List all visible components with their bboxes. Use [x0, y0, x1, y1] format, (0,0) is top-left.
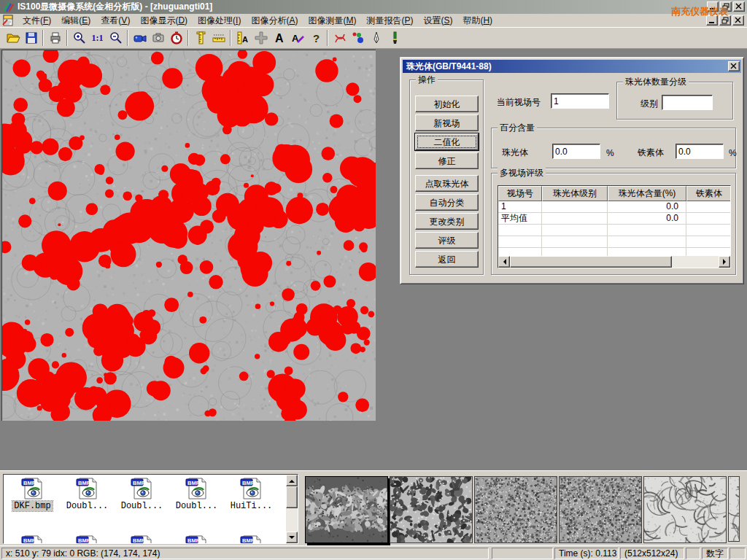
menu-item[interactable]: 文件(F) — [18, 14, 56, 27]
table-row[interactable]: 平均值 0.0 — [498, 213, 730, 225]
dialog-title: 珠光体(GB/T9441-88) — [406, 61, 492, 71]
menu-item[interactable]: 图像处理(I) — [193, 14, 246, 27]
operation-button[interactable]: 评级 — [415, 232, 479, 249]
menu-item[interactable]: 图像测量(M) — [303, 14, 361, 27]
dialog-close-button[interactable] — [728, 61, 740, 71]
operation-button[interactable]: 二值化 — [415, 133, 479, 150]
operation-button[interactable]: 初始化 — [415, 96, 479, 112]
table-header-cell[interactable]: 铁素体 — [686, 186, 731, 201]
image-dimensions-panel: (512x512x24) — [620, 548, 684, 559]
actual-size-button[interactable]: 1:1 — [88, 29, 107, 47]
toolbar: 1:1 A A A ? — [0, 27, 747, 49]
measure-annotate-button[interactable]: A — [233, 29, 252, 47]
file-list-scrollbar[interactable] — [286, 475, 298, 543]
menu-item[interactable]: 编辑(E) — [56, 14, 96, 27]
field-number-cell: 平均值 — [498, 213, 542, 224]
close-button[interactable] — [733, 1, 745, 12]
grade-input[interactable] — [662, 95, 713, 110]
scroll-left-button[interactable] — [498, 256, 510, 268]
zoom-in-icon — [72, 31, 87, 45]
operation-button[interactable]: 新视场 — [415, 114, 479, 131]
measure-horizontal-button[interactable] — [209, 29, 228, 47]
classify-points-button[interactable] — [349, 29, 367, 47]
file-item[interactable]: BMP Doubl... — [169, 477, 224, 511]
empty-panel — [729, 548, 746, 559]
file-item[interactable]: BMP HuiTi... — [224, 477, 279, 511]
brush-icon — [387, 31, 402, 45]
table-header-cell[interactable]: 珠光体含量(%) — [608, 186, 686, 201]
file-item[interactable]: BMP — [5, 534, 60, 544]
micrograph-thumbnail[interactable] — [643, 476, 727, 543]
file-item[interactable]: BMP Doubl... — [60, 477, 115, 511]
operation-button[interactable]: 返回 — [415, 251, 479, 268]
window-title: IS100显微摄像系统(金相分析版) - [zhuguangti01] — [18, 0, 212, 14]
ferrite-cell — [686, 213, 731, 224]
open-button[interactable] — [4, 29, 22, 47]
operation-button[interactable]: 点取珠光体 — [415, 175, 479, 192]
micrograph-thumbnail-partial[interactable] — [728, 476, 740, 542]
print-button[interactable] — [46, 29, 64, 47]
micrograph-image[interactable] — [1, 50, 376, 421]
edit-text-button[interactable]: A — [288, 29, 306, 47]
micrograph-thumbnail[interactable] — [474, 476, 557, 543]
file-item[interactable]: BMP Doubl... — [115, 477, 169, 511]
empty-table-row — [498, 236, 730, 248]
actual-size-icon: 1:1 — [92, 33, 104, 44]
table-body: 1 0.0 平均值 0.0 — [498, 201, 730, 225]
move-button[interactable] — [252, 29, 270, 47]
menu-item[interactable]: 查看(V) — [96, 14, 135, 27]
menu-item[interactable]: 图像显示(D) — [135, 14, 193, 27]
video-capture-button[interactable] — [131, 29, 149, 47]
scroll-up-button[interactable] — [286, 475, 298, 486]
pen-tool-button[interactable] — [367, 29, 385, 47]
text-button[interactable]: A — [270, 29, 288, 47]
measure-vertical-button[interactable] — [191, 29, 209, 47]
current-field-input[interactable] — [551, 93, 609, 109]
ferrite-value-input[interactable] — [676, 144, 724, 159]
table-horizontal-scrollbar[interactable] — [498, 256, 730, 268]
camera-capture-button[interactable] — [149, 29, 167, 47]
scroll-down-button[interactable] — [286, 532, 298, 543]
menu-item[interactable]: 帮助(H) — [457, 14, 498, 27]
pearlite-content-cell: 0.0 — [608, 201, 686, 212]
mdi-close-button[interactable] — [732, 15, 744, 26]
table-header-cell[interactable]: 视场号 — [498, 186, 542, 201]
file-item[interactable]: BMP — [169, 534, 224, 544]
dialog-title-bar[interactable]: 珠光体(GB/T9441-88) — [403, 60, 741, 73]
operation-button[interactable]: 自动分类 — [415, 194, 479, 211]
svg-text:BMP: BMP — [133, 480, 145, 486]
operation-button[interactable]: 更改类别 — [415, 213, 479, 230]
table-row[interactable]: 1 0.0 — [498, 201, 730, 213]
micrograph-thumbnail[interactable] — [305, 476, 388, 543]
file-item[interactable]: BMP — [115, 534, 169, 544]
document-system-icon[interactable] — [2, 15, 15, 26]
curve-tool-button[interactable] — [330, 29, 349, 47]
micrograph-thumbnail-canvas — [729, 477, 740, 542]
file-item[interactable]: BMP — [60, 534, 115, 544]
scroll-right-button[interactable] — [719, 256, 730, 268]
text-edit-icon: A — [290, 31, 305, 45]
file-name: Doubl... — [65, 501, 110, 511]
micrograph-thumbnail[interactable] — [390, 476, 473, 543]
zoom-in-button[interactable] — [70, 29, 88, 47]
micrograph-thumbnail[interactable] — [559, 476, 642, 543]
menu-item[interactable]: 测量报告(P) — [361, 14, 418, 27]
table-header-cell[interactable]: 珠光体级别 — [542, 186, 608, 201]
menu-item[interactable]: 图像分析(A) — [246, 14, 303, 27]
scrollbar-thumb[interactable] — [510, 256, 672, 268]
empty-table-row — [498, 225, 730, 236]
help-button[interactable]: ? — [306, 29, 325, 47]
toolbar-separator — [66, 30, 68, 46]
zoom-out-button[interactable] — [107, 29, 125, 47]
bmp-file-icon: BMP — [74, 477, 101, 500]
file-item[interactable]: BMP DKF.bmp — [5, 477, 60, 511]
operation-button[interactable]: 修正 — [415, 152, 479, 169]
pearlite-value-input[interactable] — [552, 144, 600, 159]
save-button[interactable] — [22, 29, 40, 47]
file-item[interactable]: BMP — [224, 534, 279, 544]
scrollbar-thumb[interactable] — [286, 486, 298, 508]
pearlite-grade-cell — [542, 213, 608, 224]
menu-item[interactable]: 设置(S) — [418, 14, 457, 27]
timer-button[interactable] — [167, 29, 185, 47]
brush-tool-button[interactable] — [385, 29, 403, 47]
